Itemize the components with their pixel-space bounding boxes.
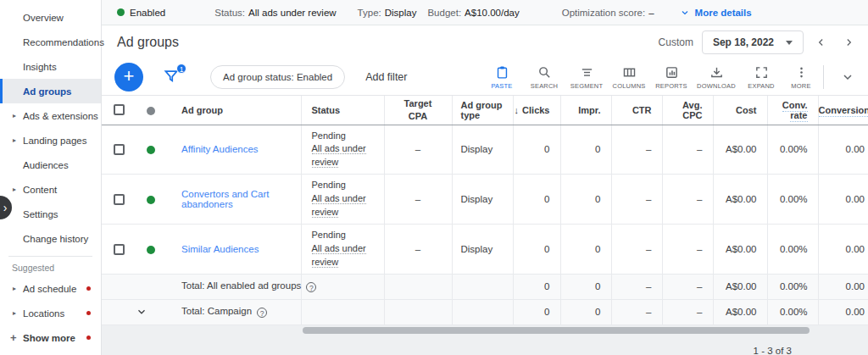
column-header-clicks[interactable]: ↓Clicks xyxy=(513,96,560,125)
download-label: DOWNLOAD xyxy=(697,82,736,90)
help-icon[interactable]: ? xyxy=(306,282,316,292)
enabled-status-dot-icon xyxy=(117,8,125,16)
impr-cell: 0 xyxy=(560,274,611,299)
optimization-score-label: Optimization score: xyxy=(562,8,645,18)
add-ad-group-button[interactable]: + xyxy=(114,63,143,92)
expand-triangle-icon[interactable]: ▸ xyxy=(13,112,16,119)
segment-button[interactable]: SEGMENT xyxy=(565,65,608,90)
column-header-impr[interactable]: Impr. xyxy=(560,96,611,125)
status-line2[interactable]: All ads under review xyxy=(312,193,366,218)
status-line1: Pending xyxy=(312,230,346,240)
help-icon[interactable]: ? xyxy=(257,308,267,318)
expand-triangle-icon[interactable]: ▸ xyxy=(13,186,16,193)
column-header-status[interactable]: Status xyxy=(301,96,384,125)
reports-icon xyxy=(665,65,679,80)
table-row: Similar Audiences PendingAll ads under r… xyxy=(102,225,868,275)
notification-dot xyxy=(86,311,91,315)
download-button[interactable]: DOWNLOAD xyxy=(693,65,740,90)
segment-label: SEGMENT xyxy=(570,82,604,90)
status-line2[interactable]: All ads under review xyxy=(312,243,366,268)
conversions-cell: 0.00 xyxy=(818,125,868,175)
sidebar-item-overview[interactable]: Overview xyxy=(0,5,101,30)
expand-triangle-icon[interactable]: ▸ xyxy=(13,309,16,317)
enabled-status-dot-icon[interactable] xyxy=(147,146,155,154)
ad-group-link[interactable]: Similar Audiences xyxy=(166,244,301,254)
expand-button[interactable]: EXPAND xyxy=(740,65,782,90)
filter-chip-ad-group-status[interactable]: Ad group status: Enabled xyxy=(210,65,345,89)
sidebar-item-content[interactable]: ▸Content xyxy=(0,177,101,202)
search-button[interactable]: SEARCH xyxy=(523,65,565,90)
notification-dot xyxy=(86,336,91,340)
sidebar-item-insights[interactable]: Insights xyxy=(0,54,101,79)
more-details-button[interactable]: More details xyxy=(680,8,752,18)
column-header-ctr[interactable]: CTR xyxy=(611,96,662,125)
status-line1: Pending xyxy=(312,130,346,141)
sidebar-item-label: Ad schedule xyxy=(23,284,76,294)
checkbox-cell xyxy=(102,299,136,324)
search-label: SEARCH xyxy=(531,82,558,90)
enabled-status-dot-icon[interactable] xyxy=(147,246,155,254)
sidebar-item-label: Content xyxy=(23,185,57,195)
column-header-target-cpa[interactable]: Target CPA xyxy=(384,96,452,125)
paste-label: PASTE xyxy=(491,82,512,90)
paste-button[interactable]: PASTE xyxy=(481,65,523,90)
column-header-cost[interactable]: Cost xyxy=(713,96,767,125)
sidebar-item-landing-pages[interactable]: ▸Landing pages xyxy=(0,128,101,153)
ad-group-cell: Similar Audiences xyxy=(166,225,301,275)
enabled-status-dot-icon[interactable] xyxy=(147,196,155,204)
date-range-button[interactable]: Sep 18, 2022 xyxy=(702,31,804,54)
ctr-cell: – xyxy=(611,274,662,299)
table-toolbar: + 1 Ad group status: Enabled Add filter … xyxy=(102,59,868,96)
column-header-avg-cpc[interactable]: Avg. CPC xyxy=(662,96,713,125)
columns-button[interactable]: COLUMNS xyxy=(608,65,650,90)
column-header-conversions[interactable]: Conversions xyxy=(818,96,868,125)
sidebar-section-suggested: Suggested xyxy=(0,257,101,276)
sidebar-item-ads-extensions[interactable]: ▸Ads & extensions xyxy=(0,103,101,128)
status-field: Status: All ads under review xyxy=(214,8,336,18)
more-button[interactable]: MORE xyxy=(782,65,820,90)
status-line2[interactable]: All ads under review xyxy=(312,143,366,168)
table-actions: PASTE SEARCH SEGMENT COLUMNS REPORTS DOW… xyxy=(481,65,868,90)
collapse-toolbar-button[interactable] xyxy=(831,70,865,84)
column-header-ad-group-type[interactable]: Ad group type xyxy=(452,96,513,125)
row-checkbox[interactable] xyxy=(114,244,125,255)
expand-triangle-icon[interactable]: ▸ xyxy=(13,136,16,144)
expand-triangle-icon[interactable]: ▸ xyxy=(13,285,16,292)
sidebar-item-recommendations[interactable]: Recommendations xyxy=(0,30,101,54)
row-checkbox[interactable] xyxy=(114,194,125,205)
previous-date-button[interactable] xyxy=(812,33,831,52)
sidebar-item-ad-schedule[interactable]: ▸Ad schedule xyxy=(0,276,101,301)
ad-group-type-cell: Display xyxy=(452,225,513,275)
sidebar-item-change-history[interactable]: Change history xyxy=(0,226,101,251)
sidebar-item-label: Landing pages xyxy=(23,136,86,146)
chevron-right-icon xyxy=(843,36,854,48)
more-label: MORE xyxy=(791,82,810,90)
row-checkbox[interactable] xyxy=(114,144,125,155)
column-header-conv-rate[interactable]: Conv. rate xyxy=(767,96,818,125)
sidebar-item-ad-groups[interactable]: Ad groups xyxy=(0,79,101,103)
sidebar-item-label: Audiences xyxy=(23,160,69,170)
select-all-checkbox[interactable] xyxy=(114,104,125,115)
horizontal-scrollbar[interactable] xyxy=(303,327,810,334)
add-filter-button[interactable]: Add filter xyxy=(365,71,407,83)
sidebar-item-audiences[interactable]: Audiences xyxy=(0,153,101,177)
budget-label: Budget: xyxy=(427,8,461,18)
filter-button[interactable]: 1 xyxy=(163,68,181,86)
conv-rate-cell: 0.00% xyxy=(767,175,818,225)
status-dot-cell xyxy=(136,175,166,225)
cost-cell: A$0.00 xyxy=(713,175,767,225)
ad-group-link[interactable]: Affinity Audiences xyxy=(166,144,301,154)
expander-cell xyxy=(136,299,166,324)
next-date-button[interactable] xyxy=(839,33,858,52)
sidebar-item-show-more[interactable]: +Show more xyxy=(0,325,101,350)
ad-group-link[interactable]: Convertors and Cart abandoners xyxy=(166,189,301,209)
type-field: Type: Display xyxy=(358,8,417,18)
sidebar-item-settings[interactable]: Settings xyxy=(0,202,101,226)
expand-icon xyxy=(754,65,769,80)
column-header-ad-group[interactable]: Ad group xyxy=(166,96,301,125)
status-dot-filter-icon[interactable] xyxy=(147,107,155,115)
impr-cell: 0 xyxy=(560,225,611,275)
chevron-down-icon[interactable] xyxy=(136,306,147,318)
sidebar-item-locations[interactable]: ▸Locations xyxy=(0,301,101,325)
reports-button[interactable]: REPORTS xyxy=(650,65,693,90)
